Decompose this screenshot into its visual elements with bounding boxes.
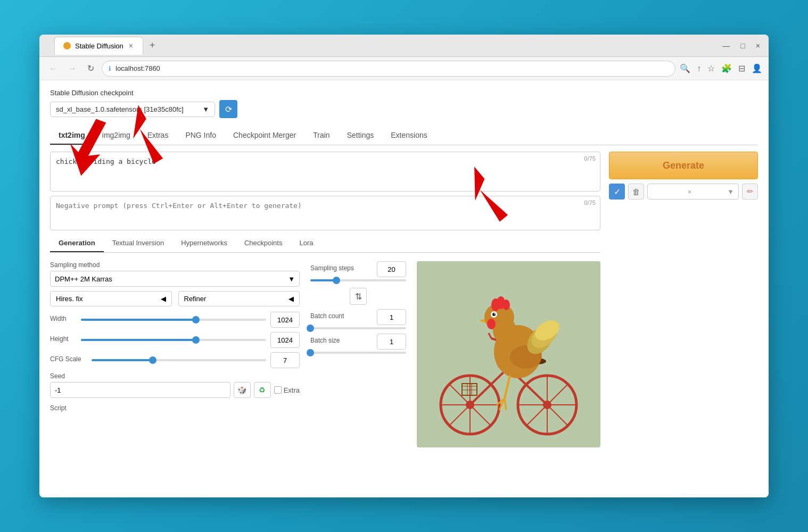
batch-count-slider[interactable] <box>310 327 406 329</box>
gen-tab-textual-inversion[interactable]: Textual Inversion <box>104 235 173 252</box>
batch-size-label: Batch size <box>310 337 340 344</box>
address-bar[interactable]: ℹ localhost:7860 <box>102 61 675 77</box>
clear-btn[interactable]: 🗑 <box>628 184 644 200</box>
width-label: Width <box>50 315 77 322</box>
brush-icon: ✏ <box>747 187 754 196</box>
share-icon[interactable]: ↑ <box>697 64 701 73</box>
width-row: Width <box>50 312 300 328</box>
seed-recycle-btn[interactable]: ♻ <box>254 382 271 398</box>
close-window-btn[interactable]: × <box>754 39 762 52</box>
main-tabs: txt2img img2img Extras PNG Info Checkpoi… <box>50 127 758 145</box>
seed-input[interactable] <box>50 382 230 398</box>
height-label: Height <box>50 335 77 343</box>
tab-extensions[interactable]: Extensions <box>382 127 435 145</box>
checkpoint-value: sd_xl_base_1.0.safetensors [31e35c80fc] <box>56 105 184 113</box>
swap-icon: ⇅ <box>355 292 362 302</box>
left-panel: chicken riding a bicycle 0/75 0/75 Gener… <box>50 152 600 447</box>
sampling-steps-label: Sampling steps <box>310 264 354 272</box>
refresh-btn[interactable]: ↻ <box>84 61 97 76</box>
tab-settings[interactable]: Settings <box>339 127 383 145</box>
gen-tab-generation[interactable]: Generation <box>50 235 104 252</box>
batch-size-slider[interactable] <box>310 352 406 354</box>
bookmark-icon[interactable]: ☆ <box>707 63 715 73</box>
sampling-steps-input[interactable] <box>377 261 406 277</box>
style-select[interactable]: × ▼ <box>647 184 739 200</box>
params-left: Sampling method DPM++ 2M Karras ▼ Hires.… <box>50 261 300 447</box>
gen-tab-checkpoints[interactable]: Checkpoints <box>236 235 291 252</box>
action-row: ✓ 🗑 × ▼ ✏ <box>609 184 758 200</box>
minimize-btn[interactable]: — <box>720 39 732 52</box>
checkpoint-select[interactable]: sd_xl_base_1.0.safetensors [31e35c80fc] … <box>50 102 215 117</box>
active-tab[interactable]: Stable Diffusion × <box>54 37 143 55</box>
tab-train[interactable]: Train <box>304 127 338 145</box>
tab-close-btn[interactable]: × <box>128 40 134 51</box>
main-content: Stable Diffusion checkpoint sd_xl_base_1… <box>39 80 769 497</box>
checkpoint-refresh-btn[interactable]: ⟳ <box>219 100 237 118</box>
negative-token-count: 0/75 <box>584 200 596 206</box>
tab-png-info[interactable]: PNG Info <box>177 127 225 145</box>
extra-checkbox-input[interactable] <box>274 386 282 394</box>
batch-count-label: Batch count <box>310 312 344 320</box>
tab-img2img[interactable]: img2img <box>94 127 139 145</box>
trash-icon: 🗑 <box>632 187 640 196</box>
height-row: Height <box>50 332 300 348</box>
checkpoint-dropdown-icon: ▼ <box>202 105 209 113</box>
cfg-scale-label: CFG Scale <box>50 355 87 363</box>
batch-count-input[interactable] <box>377 309 406 325</box>
positive-prompt-input[interactable]: chicken riding a bicycle <box>51 152 600 189</box>
batch-size-input[interactable] <box>377 334 406 350</box>
cfg-scale-slider[interactable] <box>92 359 266 361</box>
seed-dice-btn[interactable]: 🎲 <box>234 382 251 398</box>
dice-icon: 🎲 <box>237 386 246 394</box>
extensions-icon[interactable]: 🧩 <box>721 63 732 73</box>
height-slider[interactable] <box>81 339 266 341</box>
refiner-label: Refiner <box>184 295 207 303</box>
tab-extras[interactable]: Extras <box>139 127 177 145</box>
title-bar-right: — □ × <box>720 39 762 52</box>
swap-dimensions-btn[interactable]: ⇅ <box>350 288 367 305</box>
positive-token-count: 0/75 <box>584 155 596 162</box>
sampling-steps-slider[interactable] <box>310 279 406 281</box>
sampling-method-select[interactable]: DPM++ 2M Karras ▼ <box>50 271 300 287</box>
nav-bar: ← → ↻ ℹ localhost:7860 🔍 ↑ ☆ 🧩 ⊟ 👤 <box>39 57 769 80</box>
search-icon[interactable]: 🔍 <box>680 63 690 73</box>
params-right: Sampling steps ⇅ <box>310 261 406 447</box>
maximize-btn[interactable]: □ <box>738 39 747 52</box>
width-input[interactable] <box>270 312 300 328</box>
svg-point-35 <box>502 300 510 310</box>
interrupt-checkbox-btn[interactable]: ✓ <box>609 184 625 200</box>
extra-checkbox[interactable]: Extra <box>274 386 300 394</box>
brush-btn[interactable]: ✏ <box>742 184 758 200</box>
gen-tab-hypernetworks[interactable]: Hypernetworks <box>172 235 236 252</box>
svg-point-38 <box>492 313 496 316</box>
forward-btn[interactable]: → <box>65 62 80 76</box>
content-area: chicken riding a bicycle 0/75 0/75 Gener… <box>50 152 758 447</box>
refiner-toggle[interactable]: Refiner ◀ <box>178 291 300 306</box>
sampling-dropdown-icon: ▼ <box>288 275 295 283</box>
hires-fix-label: Hires. fix <box>56 295 83 303</box>
sampling-method-label: Sampling method <box>50 261 300 269</box>
check-icon: ✓ <box>614 187 621 197</box>
gen-tab-lora[interactable]: Lora <box>291 235 321 252</box>
generate-btn[interactable]: Generate <box>609 152 758 179</box>
negative-prompt-input[interactable] <box>51 196 600 228</box>
negative-prompt-box: 0/75 <box>50 196 600 230</box>
tab-bar: Stable Diffusion × + <box>54 37 716 55</box>
tab-checkpoint-merger[interactable]: Checkpoint Merger <box>225 127 304 145</box>
cfg-scale-input[interactable] <box>270 352 300 368</box>
new-tab-btn[interactable]: + <box>145 38 160 53</box>
tab-txt2img[interactable]: txt2img <box>50 127 94 145</box>
height-input[interactable] <box>270 332 300 348</box>
style-x-icon: × <box>688 188 692 196</box>
refiner-arrow: ◀ <box>288 295 294 303</box>
url-text: localhost:7860 <box>116 64 160 72</box>
svg-point-39 <box>494 313 495 314</box>
back-btn[interactable]: ← <box>46 62 61 76</box>
generate-label: Generate <box>663 160 704 171</box>
tab-title: Stable Diffusion <box>75 42 123 50</box>
split-view-icon[interactable]: ⊟ <box>738 63 745 73</box>
width-slider[interactable] <box>81 319 266 321</box>
profile-icon[interactable]: 👤 <box>752 63 762 73</box>
sampling-method-value: DPM++ 2M Karras <box>55 275 112 283</box>
hires-fix-toggle[interactable]: Hires. fix ◀ <box>50 291 172 306</box>
